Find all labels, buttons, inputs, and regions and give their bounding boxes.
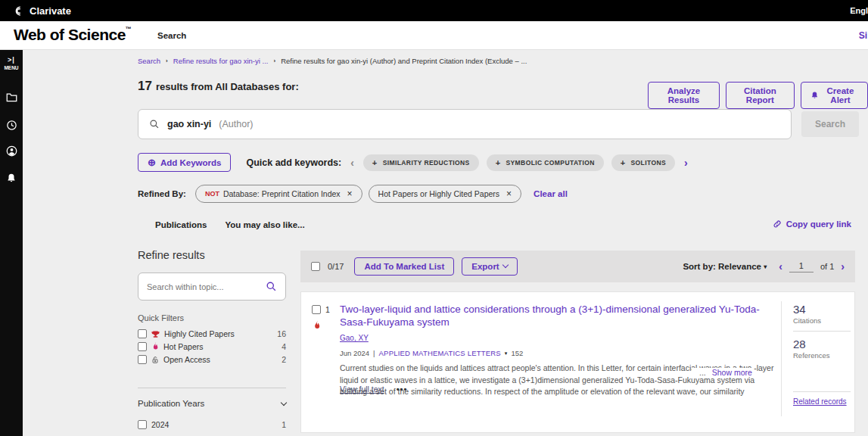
show-more-wrap: ...Show more: [692, 368, 752, 377]
tab-you-may-also-like[interactable]: You may also like...: [225, 220, 304, 229]
export-button[interactable]: Export: [462, 257, 517, 276]
references-count[interactable]: 28: [793, 338, 851, 350]
refinement-chip-not-preprint[interactable]: NOT Database: Preprint Citation Index ×: [195, 185, 362, 203]
page-number-input[interactable]: 1: [789, 261, 814, 272]
web-of-science-screen: Clarivate Engl Web of Science™ Search Si…: [0, 0, 868, 436]
result-links: View full text •••: [340, 385, 407, 394]
add-keywords-button[interactable]: ⊕ Add Keywords: [138, 153, 231, 172]
open-lock-icon: [151, 356, 159, 364]
create-alert-button[interactable]: Create Alert: [801, 82, 868, 109]
prev-page-icon[interactable]: ‹: [779, 261, 782, 272]
related-records-link[interactable]: Related records: [793, 397, 847, 406]
search-query-input[interactable]: gao xin-yi (Author): [138, 109, 792, 139]
highly-cited-checkbox[interactable]: [138, 329, 147, 338]
refined-by-label: Refined By:: [138, 189, 186, 198]
breadcrumb-current: Refine results for gao xin-yi (Author) a…: [281, 57, 527, 65]
filter-hot-papers: Hot Papers 4: [138, 342, 286, 351]
year-label[interactable]: 2024: [151, 420, 169, 429]
citations-count[interactable]: 34: [793, 303, 851, 316]
chips-next-arrow-icon[interactable]: ›: [684, 157, 688, 169]
sort-by-dropdown[interactable]: Sort by: Relevance ▾: [683, 262, 767, 271]
folder-icon: [6, 92, 17, 102]
publication-years-section[interactable]: Publication Years: [138, 399, 286, 408]
clarivate-logo[interactable]: Clarivate: [14, 5, 71, 17]
result-author-link[interactable]: Gao, XY: [340, 334, 369, 342]
alerts-button[interactable]: [0, 173, 23, 184]
open-access-checkbox[interactable]: [138, 355, 147, 364]
next-page-icon[interactable]: ›: [841, 261, 845, 272]
language-selector[interactable]: Engl: [850, 6, 868, 15]
result-checkbox[interactable]: [312, 305, 321, 314]
remove-chip-icon[interactable]: ×: [506, 188, 512, 199]
account-button[interactable]: [0, 145, 23, 157]
results-actions: Analyze Results Citation Report Create A…: [648, 82, 868, 109]
trademark-symbol: ™: [126, 26, 132, 33]
refine-results-panel: Refine results Quick Filters Highly Cite…: [138, 249, 286, 436]
hot-papers-checkbox[interactable]: [138, 342, 147, 351]
add-to-marked-list-button[interactable]: Add To Marked List: [354, 257, 454, 276]
result-metrics: 34 Citations 28 References: [793, 303, 851, 360]
bell-icon: [810, 91, 819, 100]
plus-icon: +: [621, 158, 626, 167]
abstract-ellipsis: ...: [699, 368, 706, 377]
view-full-text-link[interactable]: View full text: [340, 385, 384, 394]
nav-search-link[interactable]: Search: [157, 31, 186, 40]
history-button[interactable]: [0, 120, 23, 131]
results-heading-text: results from All Databases for:: [156, 81, 299, 92]
refine-search-input[interactable]: [147, 282, 266, 291]
keyword-chip-solitons[interactable]: + SOLITONS: [611, 154, 675, 171]
filter-label[interactable]: Open Access: [163, 355, 210, 364]
citation-report-button[interactable]: Citation Report: [726, 82, 795, 109]
filter-label[interactable]: Highly Cited Papers: [164, 329, 235, 338]
breadcrumb-refine-1[interactable]: Refine results for gao xin-yi ...: [173, 57, 269, 65]
keyword-chip-symbolic-computation[interactable]: + SYMBOLIC COMPUTATION: [487, 154, 604, 171]
wos-logo[interactable]: Web of Science™: [14, 26, 131, 44]
year-count: 1: [282, 420, 286, 429]
panel-divider: [138, 388, 286, 388]
refined-by-row: Refined By: NOT Database: Preprint Citat…: [138, 185, 568, 203]
show-more-link[interactable]: Show more: [712, 368, 752, 377]
search-button[interactable]: Search: [801, 111, 859, 137]
quick-add-keywords-row: ⊕ Add Keywords Quick add keywords: ‹ + S…: [138, 153, 689, 172]
result-title-link[interactable]: Two-layer-liquid and lattice considerati…: [340, 303, 780, 329]
marked-list-button[interactable]: [0, 92, 23, 102]
result-volume: 152: [511, 349, 523, 357]
selected-count: 0/17: [328, 262, 344, 271]
signin-link[interactable]: Si: [859, 30, 867, 41]
meta-pipe: |: [373, 349, 375, 357]
chevron-down-icon: [282, 399, 286, 408]
results-tabs: Publications You may also like...: [155, 220, 305, 229]
menu-label: MENU: [4, 65, 18, 70]
breadcrumb-search[interactable]: Search: [138, 57, 160, 65]
query-text: gao xin-yi: [167, 119, 211, 129]
result-journal-link[interactable]: APPLIED MATHEMATICS LETTERS: [379, 349, 501, 357]
person-icon: [6, 145, 17, 157]
select-all-checkbox[interactable]: [311, 262, 320, 271]
clear-all-link[interactable]: Clear all: [534, 189, 568, 198]
tab-publications[interactable]: Publications: [155, 220, 207, 229]
result-index: 1: [325, 305, 330, 314]
breadcrumb-separator: ›: [166, 58, 168, 64]
remove-chip-icon[interactable]: ×: [347, 188, 353, 199]
filter-year-2024: 2024 1: [138, 420, 286, 429]
history-clock-icon: [6, 120, 17, 131]
hot-paper-flame-icon: [313, 320, 321, 331]
copy-query-link[interactable]: Copy query link: [772, 220, 851, 229]
filter-label[interactable]: Hot Papers: [163, 342, 204, 351]
refine-results-title: Refine results: [138, 249, 286, 261]
keyword-chip-similarity-reductions[interactable]: + SIMILARITY REDUCTIONS: [363, 154, 479, 171]
analyze-results-button[interactable]: Analyze Results: [648, 82, 720, 109]
more-options-icon[interactable]: •••: [397, 385, 408, 394]
result-date: Jun 2024: [340, 349, 369, 357]
filter-count: 4: [282, 342, 286, 351]
refinement-chip-hot-highly-cited[interactable]: Hot Papers or Highly Cited Papers ×: [369, 185, 522, 203]
chips-prev-arrow-icon[interactable]: ‹: [350, 157, 354, 169]
search-icon: [149, 119, 160, 129]
caret-down-icon[interactable]: ▾: [505, 350, 508, 357]
main-content: Search › Refine results for gao xin-yi .…: [23, 50, 868, 436]
menu-toggle[interactable]: >| MENU: [0, 56, 23, 70]
wos-header: Web of Science™ Search Si: [0, 21, 868, 50]
year-2024-checkbox[interactable]: [138, 420, 147, 429]
caret-down-icon: ▾: [764, 263, 767, 270]
search-icon[interactable]: [266, 281, 277, 292]
